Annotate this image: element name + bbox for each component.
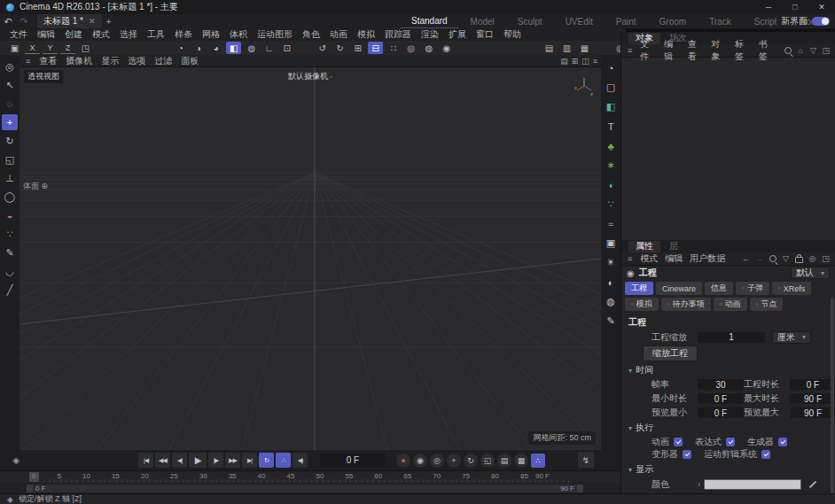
objects-menu-item[interactable]: 书签: [755, 38, 779, 63]
popout-icon[interactable]: ◳: [821, 46, 831, 55]
render-settings-button[interactable]: ▦: [577, 42, 592, 54]
record-scale-button[interactable]: ◱: [480, 454, 495, 468]
layout-tab-uvedit[interactable]: UVEdit: [555, 15, 604, 28]
menu-item[interactable]: 工具: [143, 28, 169, 41]
menu-item[interactable]: 创建: [60, 28, 87, 41]
checkbox[interactable]: [674, 438, 683, 446]
search-icon[interactable]: [782, 47, 792, 54]
tab-layers[interactable]: 层: [662, 241, 685, 252]
expander-icon[interactable]: ›: [698, 479, 700, 489]
menu-item[interactable]: 窗口: [472, 28, 498, 41]
menu-item[interactable]: 角色: [298, 28, 324, 41]
filter-icon[interactable]: ▽: [808, 46, 818, 55]
value-field[interactable]: 90 F: [790, 393, 835, 404]
axis-modify-icon[interactable]: ◍: [244, 42, 259, 54]
visibility-half-icon[interactable]: ◑: [191, 42, 206, 54]
play-button[interactable]: ▶: [189, 453, 207, 468]
plane-primitive-icon[interactable]: ▢: [603, 80, 619, 95]
axis-tool[interactable]: ⊥: [2, 170, 18, 186]
zoom-tool[interactable]: ◎: [2, 58, 18, 74]
vp-layout-icon[interactable]: ▤: [560, 57, 568, 66]
keyframe-icon[interactable]: ◈: [7, 455, 25, 465]
attr-tab-nodes[interactable]: 节点: [750, 298, 784, 311]
current-frame-field[interactable]: 0 F: [320, 454, 386, 467]
play-mode-button[interactable]: ∴: [276, 453, 291, 468]
menu-item[interactable]: 编辑: [33, 28, 59, 41]
forward-arrow-icon[interactable]: →: [753, 254, 765, 263]
scale-project-button[interactable]: 缩放工程: [643, 345, 698, 361]
objects-menu-item[interactable]: 标签: [731, 38, 755, 63]
new-ui-toggle[interactable]: [812, 17, 830, 26]
document-tab-close-icon[interactable]: ✕: [89, 17, 96, 26]
cube-primitive-icon[interactable]: ◧: [603, 99, 619, 114]
pen-tool[interactable]: ✎: [2, 244, 18, 260]
select-tool[interactable]: ↖: [2, 77, 18, 93]
attr-target-icon[interactable]: ◎: [807, 254, 818, 263]
checkbox[interactable]: [778, 438, 787, 446]
preview-range-slider[interactable]: 0 F 90 F: [27, 485, 583, 492]
light-icon[interactable]: ☀: [603, 255, 619, 270]
attr-tab-cineware[interactable]: Cineware: [656, 282, 702, 295]
checkbox[interactable]: [761, 450, 770, 459]
viewport-menu-item[interactable]: 显示: [97, 55, 123, 67]
menu-item[interactable]: 帮助: [499, 28, 526, 41]
value-field[interactable]: 0 F: [698, 407, 744, 418]
attributes-menu-item[interactable]: 模式: [636, 252, 661, 265]
objects-menu-item[interactable]: 查看: [684, 38, 708, 63]
attributes-menu-item[interactable]: 用户数据: [686, 252, 729, 265]
attr-tab-todo[interactable]: 待办事项: [661, 298, 711, 311]
menu-item[interactable]: 选择: [115, 28, 142, 41]
viewport-canvas[interactable]: 透视视图 默认摄像机 ▫ 体面 ⊕ 网格间距: 50 cm x z: [20, 67, 601, 450]
objects-menu-item[interactable]: 编辑: [660, 38, 684, 63]
prev-key-button[interactable]: ◀◀: [155, 453, 170, 468]
lock-x-axis-button[interactable]: X: [25, 43, 40, 54]
objects-menu-item[interactable]: 对象: [707, 38, 731, 63]
workplane-mode-icon[interactable]: ⊡: [279, 42, 294, 54]
record-rotation-button[interactable]: ↻: [464, 454, 478, 468]
rotate-tool[interactable]: ↻: [2, 133, 18, 149]
layout-tab-paint[interactable]: Paint: [605, 15, 647, 28]
menu-item[interactable]: 扩展: [444, 28, 471, 41]
menu-item[interactable]: 模拟: [353, 28, 379, 41]
volume-builder-icon[interactable]: ◖: [603, 177, 619, 192]
paint-tool[interactable]: ◒: [2, 207, 18, 223]
snap-rotate-cw-icon[interactable]: ↻: [332, 42, 347, 54]
menu-item[interactable]: 网格: [198, 28, 224, 41]
keyframe-preset-button[interactable]: ∴: [531, 454, 545, 468]
objects-hamburger-icon[interactable]: ≡: [625, 46, 635, 55]
menu-item[interactable]: 运动图形: [253, 28, 297, 41]
next-key-button[interactable]: ▶▶: [225, 453, 240, 468]
lock-z-axis-button[interactable]: Z: [60, 43, 75, 54]
attributes-hamburger-icon[interactable]: ≡: [625, 254, 635, 263]
menu-item[interactable]: 文件: [5, 28, 32, 41]
undo-icon[interactable]: ↶: [0, 16, 16, 27]
knife-tool[interactable]: ╱: [2, 282, 18, 298]
project-scale-field[interactable]: 1: [698, 332, 765, 343]
value-field[interactable]: 0 F: [698, 393, 744, 404]
attr-tab-info[interactable]: 信息: [705, 282, 733, 295]
cloth-icon[interactable]: ≈: [603, 216, 619, 231]
timeline-ruler[interactable]: 0510152025303540455055606570758085 90 F: [0, 470, 620, 483]
asset-browser-icon[interactable]: ◔: [603, 60, 619, 75]
menu-item[interactable]: 体积: [225, 28, 252, 41]
visibility-dot-icon[interactable]: ◔: [173, 42, 188, 54]
execution-section-header[interactable]: ▾ 执行: [621, 419, 835, 436]
ring-select-tool[interactable]: ◯: [2, 189, 18, 205]
value-field[interactable]: 30: [698, 379, 744, 390]
keyframe-selection-button[interactable]: ◎: [430, 454, 444, 468]
back-arrow-icon[interactable]: ←: [740, 254, 752, 263]
attr-tab-animation[interactable]: 动画: [714, 298, 747, 311]
checkbox[interactable]: [683, 450, 691, 459]
value-field[interactable]: 0 F: [790, 379, 835, 390]
workplane-icon[interactable]: ◳: [78, 42, 93, 54]
edit-icon[interactable]: ✎: [603, 314, 619, 329]
marquee-select-icon[interactable]: ▣: [7, 42, 22, 54]
goto-start-button[interactable]: |◀: [138, 453, 153, 468]
minimize-button[interactable]: ─: [755, 0, 782, 14]
coordinate-system-icon[interactable]: ∟: [261, 42, 277, 54]
layout-tab-track[interactable]: Track: [698, 15, 742, 28]
viewport-menu-item[interactable]: 查看: [35, 55, 61, 67]
enable-axis-button[interactable]: ◧: [226, 42, 241, 54]
checkbox[interactable]: [726, 438, 735, 446]
color-swatch[interactable]: [704, 479, 801, 490]
